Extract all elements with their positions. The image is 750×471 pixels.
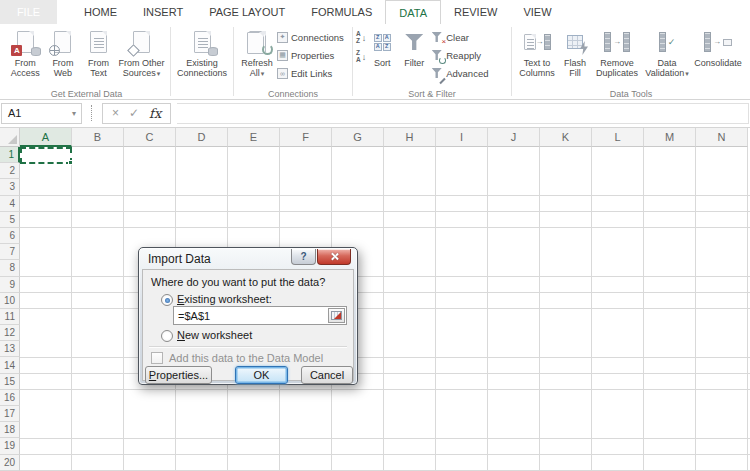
reapply-filter-button[interactable]: Reapply [430, 47, 488, 63]
data-model-checkbox[interactable] [151, 352, 163, 364]
tab-home[interactable]: HOME [71, 0, 130, 24]
row-header-17[interactable]: 17 [0, 406, 20, 422]
row-header-7[interactable]: 7 [0, 244, 20, 260]
sort-a-to-z-button[interactable]: AZ↓ [356, 31, 366, 44]
row-header-13[interactable]: 13 [0, 341, 20, 357]
row-header-10[interactable]: 10 [0, 293, 20, 309]
flash-fill-icon [561, 28, 589, 56]
formula-buttons: × ✓ fx [102, 103, 171, 124]
dialog-title: Import Data [148, 252, 211, 266]
formula-input[interactable] [177, 103, 749, 124]
fill-handle[interactable] [68, 160, 73, 165]
remove-duplicates-button[interactable]: → Remove Duplicates [591, 26, 643, 79]
column-header-C[interactable]: C [124, 128, 176, 147]
row-header-15[interactable]: 15 [0, 374, 20, 390]
confirm-entry-icon[interactable]: ✓ [129, 106, 139, 120]
tab-insert[interactable]: INSERT [130, 0, 196, 24]
group-label-data-tools: Data Tools [512, 89, 750, 99]
row-header-12[interactable]: 12 [0, 325, 20, 341]
row-header-4[interactable]: 4 [0, 196, 20, 212]
row-header-16[interactable]: 16 [0, 390, 20, 406]
column-header-M[interactable]: M [644, 128, 696, 147]
column-header-L[interactable]: L [592, 128, 644, 147]
cancel-button[interactable]: Cancel [301, 366, 353, 384]
row-header-1[interactable]: 1 [0, 147, 20, 163]
column-header-N[interactable]: N [696, 128, 748, 147]
selected-cell-a1[interactable] [20, 147, 72, 164]
column-header-E[interactable]: E [228, 128, 280, 147]
column-header-A[interactable]: A [20, 128, 72, 147]
text-to-columns-button[interactable]: → Text to Columns [515, 26, 559, 79]
group-label-get-external-data: Get External Data [3, 89, 170, 99]
sort-z-to-a-button[interactable]: ZA↓ [356, 50, 366, 63]
row-header-9[interactable]: 9 [0, 277, 20, 293]
range-input[interactable]: =$A$1 [173, 306, 347, 325]
reapply-filter-icon [430, 49, 443, 62]
refresh-all-button[interactable]: Refresh All▾ [237, 26, 277, 79]
row-header-3[interactable]: 3 [0, 179, 20, 195]
new-worksheet-radio[interactable] [161, 330, 173, 342]
dropdown-caret-icon: ▾ [685, 70, 689, 77]
tab-data[interactable]: DATA [385, 0, 441, 24]
insert-function-icon[interactable]: fx [149, 106, 161, 121]
tab-formulas[interactable]: FORMULAS [298, 0, 385, 24]
column-header-I[interactable]: I [436, 128, 488, 147]
from-text-icon [85, 28, 113, 56]
from-text-button[interactable]: From Text [81, 26, 116, 79]
group-sort-filter: AZ↓ ZA↓ ZAAZ Sort Filter × Clear Reapply… [353, 24, 511, 99]
ok-button[interactable]: OK [235, 366, 288, 384]
cancel-entry-icon[interactable]: × [112, 106, 119, 120]
column-header-K[interactable]: K [540, 128, 592, 147]
edit-links-button[interactable]: ∞ Edit Links [277, 65, 344, 81]
row-header-2[interactable]: 2 [0, 163, 20, 179]
flash-fill-button[interactable]: Flash Fill [559, 26, 591, 79]
dropdown-caret-icon: ▾ [261, 70, 265, 77]
consolidate-button[interactable]: → Consolidate [691, 26, 745, 68]
data-validation-button[interactable]: ✓ Data Validation▾ [643, 26, 691, 79]
column-header-D[interactable]: D [176, 128, 228, 147]
existing-worksheet-label[interactable]: Existing worksheet: [177, 293, 272, 305]
tab-review[interactable]: REVIEW [441, 0, 510, 24]
existing-worksheet-radio[interactable] [161, 294, 173, 306]
advanced-filter-button[interactable]: Advanced [430, 65, 488, 81]
existing-connections-button[interactable]: Existing Connections [174, 26, 230, 79]
tab-page-layout[interactable]: PAGE LAYOUT [196, 0, 298, 24]
row-header-8[interactable]: 8 [0, 260, 20, 276]
group-label-sort-filter: Sort & Filter [353, 89, 511, 99]
ribbon-tab-bar: FILE HOME INSERT PAGE LAYOUT FORMULAS DA… [0, 0, 750, 24]
row-header-6[interactable]: 6 [0, 228, 20, 244]
filter-button[interactable]: Filter [398, 26, 430, 68]
properties-button[interactable]: ▦ Properties [277, 47, 344, 63]
properties-dialog-button[interactable]: Properties... [145, 366, 212, 384]
row-header-11[interactable]: 11 [0, 309, 20, 325]
dialog-body: Where do you want to put the data? Exist… [142, 269, 354, 381]
select-all-corner[interactable] [0, 128, 20, 147]
dialog-help-button[interactable]: ? [291, 249, 316, 265]
column-header-G[interactable]: G [332, 128, 384, 147]
from-other-sources-button[interactable]: From Other Sources▾ [116, 26, 167, 79]
formula-bar: A1 ▾ × ✓ fx [0, 100, 750, 128]
row-header-19[interactable]: 19 [0, 438, 20, 454]
from-web-button[interactable]: From Web [45, 26, 82, 79]
name-box[interactable]: A1 ▾ [1, 103, 82, 124]
data-validation-icon: ✓ [653, 28, 681, 56]
sort-button[interactable]: ZAAZ Sort [366, 26, 398, 68]
tab-file[interactable]: FILE [0, 0, 57, 24]
row-header-18[interactable]: 18 [0, 422, 20, 438]
row-header-5[interactable]: 5 [0, 212, 20, 228]
cells-area[interactable] [20, 147, 750, 471]
column-header-H[interactable]: H [384, 128, 436, 147]
column-header-B[interactable]: B [72, 128, 124, 147]
row-header-14[interactable]: 14 [0, 357, 20, 373]
connections-button[interactable]: ✦ Connections [277, 29, 344, 45]
from-access-button[interactable]: A From Access [6, 26, 45, 79]
row-header-20[interactable]: 20 [0, 455, 20, 471]
column-header-J[interactable]: J [488, 128, 540, 147]
dialog-close-button[interactable] [317, 249, 351, 265]
new-worksheet-label[interactable]: New worksheet [177, 329, 252, 341]
tab-view[interactable]: VIEW [510, 0, 564, 24]
collapse-dialog-button[interactable] [328, 308, 345, 323]
edit-links-icon: ∞ [277, 68, 288, 79]
clear-filter-button[interactable]: × Clear [430, 29, 488, 45]
column-header-F[interactable]: F [280, 128, 332, 147]
